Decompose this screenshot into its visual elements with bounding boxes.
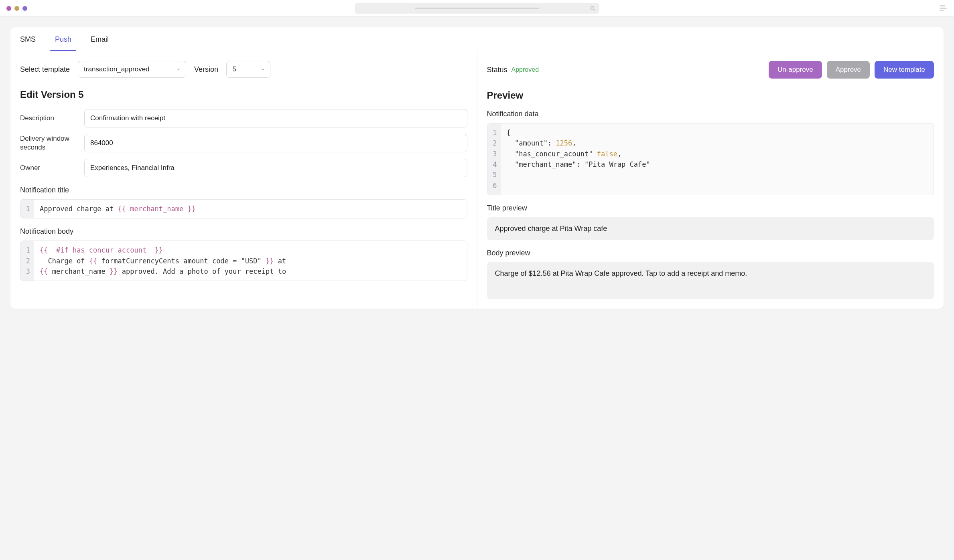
svg-line-1 xyxy=(594,9,595,10)
chevron-down-icon xyxy=(260,67,265,72)
tab-email[interactable]: Email xyxy=(91,35,109,51)
version-label: Version xyxy=(194,65,218,74)
window-chrome xyxy=(0,0,954,17)
notification-body-editor[interactable]: 123 {{ #if has_concur_account }} Charge … xyxy=(20,241,467,281)
channel-tabs: SMS Push Email xyxy=(10,27,944,51)
template-open: {{ xyxy=(118,205,130,213)
json-key: "merchant_name" xyxy=(515,160,576,168)
address-placeholder-line xyxy=(415,8,539,9)
search-icon xyxy=(590,6,595,11)
edit-heading: Edit Version 5 xyxy=(20,89,467,100)
tab-sms[interactable]: SMS xyxy=(20,35,36,51)
description-row: Description xyxy=(20,109,467,127)
tpl-open: {{ xyxy=(89,257,101,265)
code-text: Approved charge at xyxy=(40,205,118,213)
code-gutter: 123 xyxy=(20,241,34,281)
body-preview-text: Charge of $12.56 at Pita Wrap Cafe appro… xyxy=(495,269,747,277)
window-close-dot[interactable] xyxy=(6,6,11,11)
code-text: at xyxy=(274,257,286,265)
body-preview-label: Body preview xyxy=(487,249,934,257)
template-select-row: Select template transaction_approved Ver… xyxy=(20,61,467,78)
tpl-cmd: #if has_concur_account xyxy=(56,246,146,254)
owner-label: Owner xyxy=(20,164,76,172)
select-template-label: Select template xyxy=(20,65,70,74)
json-space xyxy=(593,150,597,158)
status-actions-row: Status Approved Un-approve Approve New t… xyxy=(487,61,934,79)
editor-pane: Select template transaction_approved Ver… xyxy=(10,51,477,309)
tab-push[interactable]: Push xyxy=(55,35,71,51)
notification-body-label: Notification body xyxy=(20,227,467,236)
json-bool: false xyxy=(597,150,617,158)
preview-heading: Preview xyxy=(487,90,934,101)
template-var: merchant_name xyxy=(130,205,183,213)
notification-data-viewer[interactable]: 123456 { "amount": 1256, "has_concur_aco… xyxy=(487,123,934,195)
description-label: Description xyxy=(20,114,76,123)
address-bar-wrap xyxy=(355,3,599,14)
code-gutter: 1 xyxy=(20,200,34,218)
json-punc: : xyxy=(548,139,556,147)
template-select-value: transaction_approved xyxy=(84,65,150,73)
code-content: {{ #if has_concur_account }} Charge of {… xyxy=(34,241,467,281)
notification-data-label: Notification data xyxy=(487,110,934,118)
menu-icon[interactable] xyxy=(940,5,947,11)
svg-point-0 xyxy=(591,6,594,10)
title-preview-text: Approved charge at Pita Wrap cafe xyxy=(495,224,607,232)
template-select[interactable]: transaction_approved xyxy=(78,61,186,78)
code-content: Approved charge at {{ merchant_name }} xyxy=(34,200,467,218)
unapprove-button[interactable]: Un-approve xyxy=(769,61,822,79)
notification-title-label: Notification title xyxy=(20,186,467,194)
status-value: Approved xyxy=(512,66,539,73)
json-number: 1256 xyxy=(556,139,572,147)
code-content: { "amount": 1256, "has_concur_acount" fa… xyxy=(501,123,934,195)
delivery-window-row: Delivery window seconds xyxy=(20,134,467,152)
tpl-close: }} xyxy=(106,267,118,275)
owner-row: Owner xyxy=(20,159,467,177)
preview-pane: Status Approved Un-approve Approve New t… xyxy=(477,51,944,309)
approve-button[interactable]: Approve xyxy=(827,61,870,79)
json-brace: { xyxy=(507,129,511,137)
tpl-open: {{ xyxy=(40,267,52,275)
code-gutter: 123456 xyxy=(487,123,501,195)
status-label: Status xyxy=(487,66,507,74)
title-preview-label: Title preview xyxy=(487,204,934,212)
title-preview-box: Approved charge at Pita Wrap cafe xyxy=(487,217,934,240)
owner-input[interactable] xyxy=(84,159,467,177)
traffic-lights xyxy=(6,6,27,11)
template-editor-card: SMS Push Email Select template transacti… xyxy=(10,27,944,309)
version-select-value: 5 xyxy=(232,65,236,73)
window-zoom-dot[interactable] xyxy=(22,6,27,11)
code-text: Charge of xyxy=(40,257,89,265)
tpl-open: {{ xyxy=(40,246,56,254)
json-key: "amount" xyxy=(515,139,548,147)
delivery-window-input[interactable] xyxy=(84,134,467,152)
version-select[interactable]: 5 xyxy=(226,61,270,78)
address-bar[interactable] xyxy=(355,3,599,14)
json-key: "has_concur_acount" xyxy=(515,150,593,158)
template-close: }} xyxy=(183,205,196,213)
json-punc: , xyxy=(617,150,621,158)
tpl-close: }} xyxy=(146,246,163,254)
chevron-down-icon xyxy=(176,67,181,72)
body-preview-box: Charge of $12.56 at Pita Wrap Cafe appro… xyxy=(487,262,934,299)
new-template-button[interactable]: New template xyxy=(875,61,934,79)
tpl-close: }} xyxy=(262,257,274,265)
json-punc: : xyxy=(576,160,585,168)
description-input[interactable] xyxy=(84,109,467,127)
notification-title-editor[interactable]: 1 Approved charge at {{ merchant_name }} xyxy=(20,199,467,218)
tpl-var: merchant_name xyxy=(52,267,106,275)
tpl-expr: formatCurrencyCents amount code = "USD" xyxy=(101,257,262,265)
json-punc: , xyxy=(572,139,576,147)
code-text: approved. Add a photo of your receipt to xyxy=(118,267,286,275)
json-string: "Pita Wrap Cafe" xyxy=(585,160,650,168)
window-minimize-dot[interactable] xyxy=(14,6,19,11)
delivery-window-label: Delivery window seconds xyxy=(20,134,76,152)
